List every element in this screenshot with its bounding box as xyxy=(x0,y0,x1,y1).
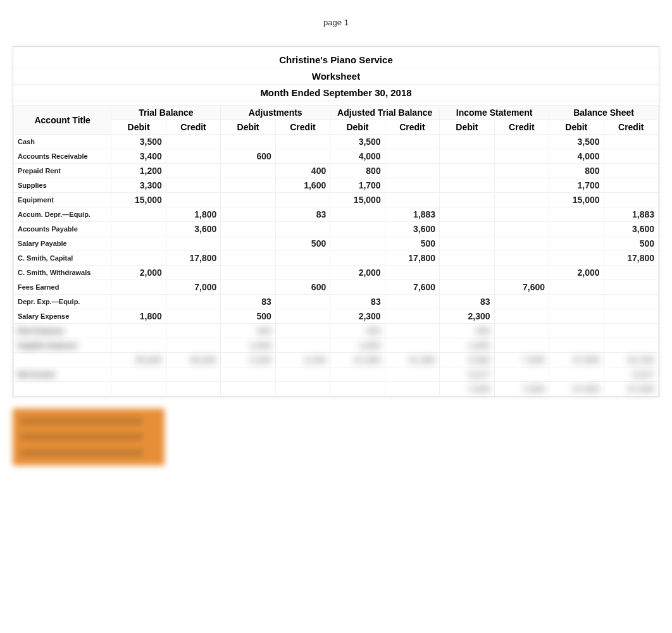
atb-credit-cell: 7,600 xyxy=(385,280,439,295)
adj-credit-cell: 3,183 xyxy=(275,353,330,367)
tb-debit-cell xyxy=(111,295,166,309)
is-debit-cell xyxy=(440,193,494,207)
tb-credit-cell: 7,000 xyxy=(166,280,220,295)
bs-debit-cell: 3,500 xyxy=(549,135,604,149)
tb-credit-cell xyxy=(166,324,220,338)
period: Month Ended September 30, 2018 xyxy=(13,85,659,101)
is-credit-cell: 7,600 xyxy=(494,382,549,396)
atb-credit-cell xyxy=(385,338,439,353)
adj-debit-cell xyxy=(221,266,275,280)
bs-debit-cell xyxy=(549,251,604,266)
tb-debit-cell: 1,800 xyxy=(111,309,166,324)
adj-credit-cell xyxy=(275,338,330,353)
account-cell: Net Income xyxy=(14,367,111,382)
adj-debit-cell: 3,183 xyxy=(221,353,275,367)
is-credit-cell xyxy=(494,178,549,193)
col-trial-balance: Trial Balance xyxy=(111,106,221,120)
is-credit-cell: 7,600 xyxy=(494,353,549,367)
adj-debit-cell: 400 xyxy=(221,324,275,338)
account-cell: Salary Expense xyxy=(14,309,111,324)
account-cell: Rent Expense xyxy=(14,324,111,338)
atb-debit-cell: 15,000 xyxy=(330,193,385,207)
account-cell: Depr. Exp.—Equip. xyxy=(14,295,111,309)
is-credit-cell xyxy=(494,367,549,382)
tb-debit-cell xyxy=(111,280,166,295)
adj-credit-cell: 500 xyxy=(275,237,330,251)
is-debit-cell xyxy=(440,280,494,295)
adj-debit-cell xyxy=(221,178,275,193)
atb-debit-cell xyxy=(330,237,385,251)
bs-credit-cell xyxy=(604,193,659,207)
is-debit-cell: 4,383 xyxy=(440,353,494,367)
bs-credit-cell xyxy=(604,338,659,353)
tb-credit-cell xyxy=(166,309,220,324)
adj-credit-cell xyxy=(275,193,330,207)
table-body: Cash3,5003,5003,500Accounts Receivable3,… xyxy=(14,135,659,324)
col-adjusted-tb: Adjusted Trial Balance xyxy=(330,106,440,120)
tb-debit-cell: 1,200 xyxy=(111,164,166,178)
tb-debit-cell: 30,200 xyxy=(111,353,166,367)
bs-credit-cell xyxy=(604,295,659,309)
atb-credit-cell xyxy=(385,193,439,207)
account-cell: Salary Payable xyxy=(14,237,111,251)
adj-debit-cell: 600 xyxy=(221,149,275,164)
adj-debit-cell: 500 xyxy=(221,309,275,324)
table-row: Salary Payable500500500 xyxy=(14,237,659,251)
col-balance-sheet: Balance Sheet xyxy=(549,106,659,120)
is-credit-cell xyxy=(494,266,549,280)
tb-debit-cell xyxy=(111,222,166,237)
tb-credit-cell xyxy=(166,135,220,149)
atb-debit-cell: 31,383 xyxy=(330,353,385,367)
atb-debit-cell: 4,000 xyxy=(330,149,385,164)
is-credit-cell xyxy=(494,149,549,164)
account-cell xyxy=(14,382,111,396)
atb-credit-cell xyxy=(385,164,439,178)
account-cell: Supplies Expense xyxy=(14,338,111,353)
table-row: Cash3,5003,5003,500 xyxy=(14,135,659,149)
bs-debit-cell xyxy=(549,280,604,295)
adj-credit: Credit xyxy=(275,120,330,135)
worksheet: Christine's Piano Service Worksheet Mont… xyxy=(13,46,659,397)
tb-credit: Credit xyxy=(166,120,220,135)
table-row: Supplies Expense1,6001,6001,600 xyxy=(14,338,659,353)
table-row: Supplies3,3001,6001,7001,700 xyxy=(14,178,659,193)
doc-type: Worksheet xyxy=(13,68,659,85)
account-cell: Accum. Depr.—Equip. xyxy=(14,207,111,222)
atb-debit-cell xyxy=(330,207,385,222)
tb-debit-cell: 3,500 xyxy=(111,135,166,149)
is-debit-cell xyxy=(440,237,494,251)
adj-credit-cell xyxy=(275,149,330,164)
table-row: Rent Expense400400400 xyxy=(14,324,659,338)
bs-credit-cell xyxy=(604,164,659,178)
is-credit-cell xyxy=(494,222,549,237)
tb-debit-cell: 3,400 xyxy=(111,149,166,164)
table-row: C. Smith, Capital17,80017,80017,800 xyxy=(14,251,659,266)
is-debit-cell: 3,217 xyxy=(440,367,494,382)
adj-debit-cell: 1,600 xyxy=(221,338,275,353)
atb-credit-cell xyxy=(385,178,439,193)
account-cell: C. Smith, Capital xyxy=(14,251,111,266)
tb-credit-cell xyxy=(166,164,220,178)
bs-credit-cell: 27,000 xyxy=(604,382,659,396)
is-credit-cell xyxy=(494,164,549,178)
atb-credit-cell xyxy=(385,382,439,396)
is-credit-cell xyxy=(494,309,549,324)
bs-credit: Credit xyxy=(604,120,659,135)
atb-debit-cell xyxy=(330,251,385,266)
adj-credit-cell xyxy=(275,251,330,266)
atb-credit-cell: 1,883 xyxy=(385,207,439,222)
page-number: page 1 xyxy=(0,0,672,46)
bs-credit-cell xyxy=(604,280,659,295)
tb-debit-cell xyxy=(111,367,166,382)
bs-credit-cell: 3,600 xyxy=(604,222,659,237)
is-debit-cell xyxy=(440,164,494,178)
is-credit-cell xyxy=(494,338,549,353)
is-credit-cell xyxy=(494,237,549,251)
atb-debit-cell: 400 xyxy=(330,324,385,338)
tb-debit-cell: 15,000 xyxy=(111,193,166,207)
table-row: Accounts Receivable3,4006004,0004,000 xyxy=(14,149,659,164)
is-debit-cell xyxy=(440,135,494,149)
account-cell: Accounts Payable xyxy=(14,222,111,237)
table-row: Fees Earned7,0006007,6007,600 xyxy=(14,280,659,295)
is-debit-cell xyxy=(440,178,494,193)
